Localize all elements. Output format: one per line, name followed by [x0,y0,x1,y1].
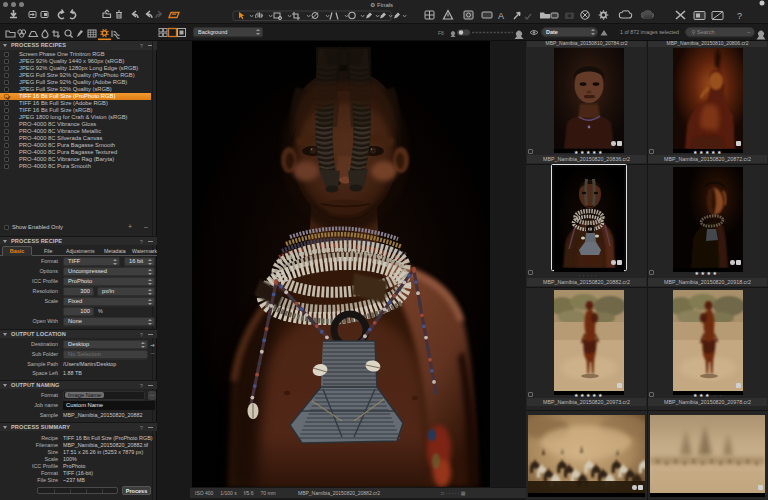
svg-text:A: A [498,11,504,21]
svg-text:F8: F8 [438,30,444,36]
svg-text:?: ? [737,11,742,21]
